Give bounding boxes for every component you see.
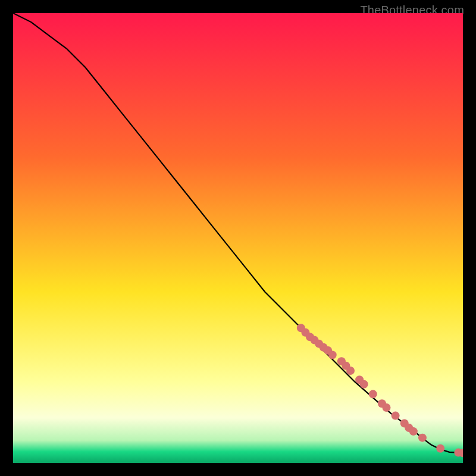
plot-area	[13, 13, 463, 463]
data-marker	[436, 444, 444, 453]
data-marker	[360, 380, 368, 389]
data-marker	[382, 403, 390, 412]
chart-stage: TheBottleneck.com	[0, 0, 476, 476]
curve-line	[13, 13, 463, 453]
chart-svg	[13, 13, 463, 463]
data-marker	[418, 434, 427, 442]
data-marker	[392, 412, 400, 420]
marker-group	[297, 324, 463, 457]
data-marker	[409, 427, 418, 436]
data-marker	[369, 390, 377, 398]
data-marker	[346, 367, 355, 375]
data-marker	[328, 351, 337, 359]
